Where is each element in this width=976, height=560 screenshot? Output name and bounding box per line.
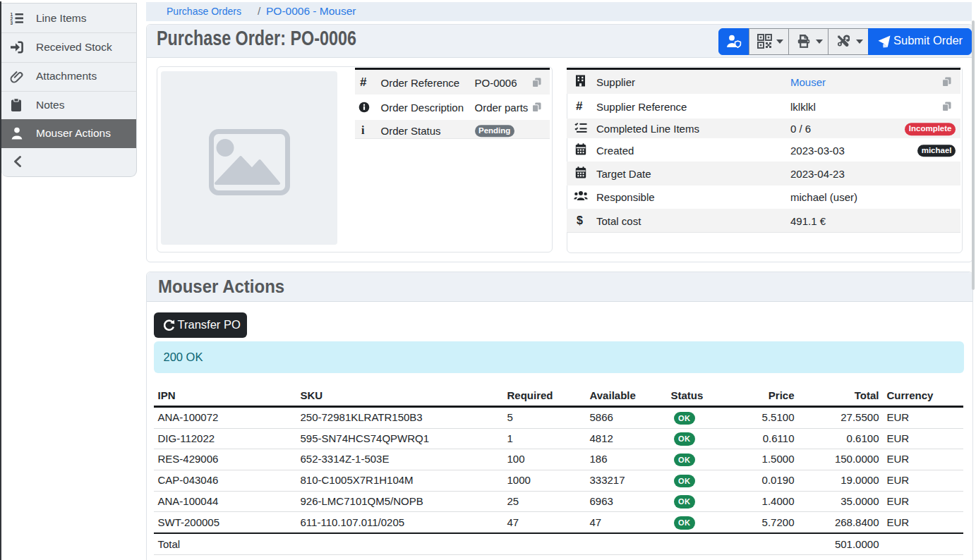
svg-text:3: 3 [11, 20, 13, 25]
